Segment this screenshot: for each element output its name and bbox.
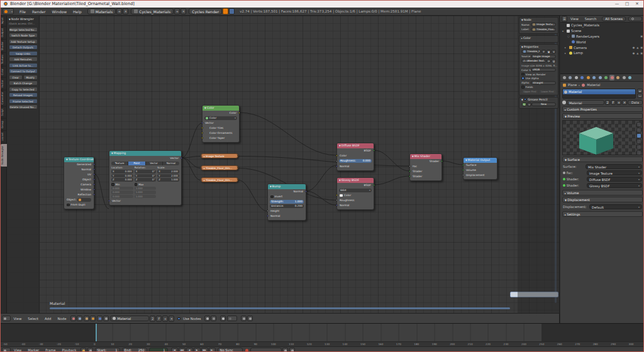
play-reverse-button[interactable]: ◀ (186, 348, 193, 352)
mode-texture[interactable]: Texture (111, 162, 128, 165)
world-shader-icon[interactable] (97, 316, 103, 321)
end-frame-field[interactable]: End:250 (122, 348, 147, 352)
screen-layout-selector[interactable]: Materials (87, 8, 116, 14)
image-datablock[interactable]: Tileable_F... (521, 50, 541, 53)
maximize-button[interactable]: □ (622, 1, 632, 8)
remove-slot-button[interactable]: − (637, 94, 643, 98)
minimize-button[interactable]: — (612, 1, 622, 8)
socket-in[interactable] (201, 179, 202, 181)
timeline-menu[interactable]: View (11, 348, 25, 352)
node-header[interactable]: Mapping (109, 151, 181, 156)
outliner-item-camera[interactable]: ▸Camera●▲▣ (560, 45, 644, 50)
node-mix-shader[interactable]: Mix Shader Shader Fac Shader Shader (409, 153, 442, 181)
surface-panel-header[interactable]: ▼ Surface (562, 157, 643, 162)
socket-in[interactable] (462, 169, 464, 171)
node-diffuse-bsdf[interactable]: Diffuse BSDF BSDF Color Roughness:0.000 … (336, 143, 374, 171)
reload-icon[interactable]: ⟳ (547, 59, 551, 63)
socket-in[interactable] (201, 155, 202, 157)
strength-slider[interactable]: Strength:1.000 (270, 200, 304, 204)
editor-type-button[interactable] (2, 348, 11, 352)
render-icon[interactable]: ▣ (640, 35, 643, 38)
color-swatch[interactable] (340, 194, 343, 197)
selectable-icon[interactable]: ▲ (636, 52, 638, 55)
tab-world-icon[interactable] (580, 75, 585, 80)
new-material-button[interactable]: + (616, 100, 621, 105)
wrench-icon[interactable] (211, 316, 216, 321)
linestyle-shader-icon[interactable] (103, 316, 109, 321)
delete-scene-button[interactable]: ✕ (180, 8, 186, 14)
node-wrangler-button[interactable]: Detach Outputs (9, 45, 38, 50)
node-wrangler-button[interactable]: Link Active to... (9, 63, 38, 68)
mode-vector[interactable]: Vector (146, 162, 163, 165)
outliner-menu[interactable]: View (567, 17, 582, 21)
socket-in[interactable] (336, 160, 338, 162)
material-name-field[interactable]: Material (567, 100, 604, 105)
tab-render-layers-icon[interactable] (568, 75, 573, 80)
custom-properties-panel[interactable]: ▸ Custom Properties (562, 106, 643, 112)
topbar-menu[interactable]: File (16, 9, 29, 14)
distance-slider[interactable]: Distance:0.200 (270, 204, 304, 208)
editor-type-button[interactable] (2, 316, 11, 321)
toolshelf-tab[interactable]: Output (1, 26, 7, 40)
location-y[interactable]: Y0.000 (111, 174, 133, 178)
node-header[interactable]: Texture Coordinate (64, 157, 94, 162)
use-nodes-checkbox[interactable] (177, 317, 180, 321)
socket-out-color[interactable] (237, 179, 238, 180)
socket-in[interactable] (201, 137, 203, 139)
playback-range-icon[interactable] (80, 348, 86, 352)
toolshelf-tab[interactable]: Converter (1, 90, 7, 107)
view-as-render-checkbox[interactable] (521, 73, 525, 76)
delete-keyframe-icon[interactable] (289, 348, 295, 352)
preview-sphere-button[interactable] (636, 128, 641, 133)
scale-z[interactable]: Z1.000 (157, 178, 179, 182)
node-image-texture-3[interactable]: Tileable_Floor_Orn... (201, 177, 238, 182)
preview-cube-button[interactable] (636, 133, 641, 138)
shader1-dropdown[interactable]: Diffuse BSDF▾ (587, 177, 642, 182)
jump-prev-keyframe-button[interactable]: ◀◀ (179, 348, 186, 352)
node-header[interactable]: Diffuse BSDF (337, 143, 374, 148)
jump-to-start-button[interactable]: |◀ (171, 348, 178, 352)
material-datablock-field[interactable]: Material (110, 316, 149, 321)
fake-user-button[interactable]: F (611, 100, 616, 105)
max-y[interactable]: 1.000 (135, 190, 157, 194)
group-datablock[interactable]: Color▾ (204, 116, 237, 120)
preview-hair-button[interactable] (636, 145, 641, 150)
tab-physics-icon[interactable] (628, 75, 633, 80)
modify-label-button[interactable]: Modify La... (23, 75, 38, 80)
node-wrangler-button[interactable]: Connect to Output (9, 69, 38, 74)
node-material-output[interactable]: Material Output Surface Volume Displacem… (463, 157, 497, 180)
play-button[interactable]: ▶ (194, 348, 201, 352)
socket-in[interactable] (267, 210, 269, 212)
socket-in[interactable] (108, 200, 110, 202)
add-layer-button[interactable]: + (527, 102, 531, 106)
use-nodes-label[interactable]: Use Nodes (183, 317, 201, 321)
node-mapping[interactable]: Mapping Vector Texture Point Vector Norm… (109, 150, 182, 206)
node-wrangler-button[interactable]: Reload Images (9, 92, 38, 97)
socket-in[interactable] (336, 165, 338, 167)
node-wrangler-button[interactable]: Swap Links (9, 51, 38, 56)
add-layout-button[interactable]: + (116, 8, 122, 14)
toolshelf-tab[interactable]: Vector (1, 78, 7, 91)
roughness-slider[interactable]: Roughness:0.000 (339, 159, 372, 163)
visibility-icon[interactable]: ● (633, 52, 635, 55)
outliner-menu[interactable]: Search (582, 17, 600, 21)
min-checkbox[interactable] (111, 183, 114, 186)
users-count-button[interactable]: 2 (605, 100, 610, 105)
lower-first-button[interactable]: Lower First (539, 90, 556, 94)
pack-image-button[interactable]: ▣ (547, 50, 551, 53)
socket-in[interactable] (336, 155, 338, 157)
object-shader-icon[interactable] (90, 316, 96, 321)
toolshelf-tab[interactable]: Texture (1, 53, 7, 67)
topbar-menu[interactable]: Help (70, 9, 85, 14)
toolshelf-tab[interactable]: Group (1, 119, 7, 131)
toolshelf-tab-active[interactable]: Node Wrangler (1, 144, 7, 167)
socket-in[interactable] (336, 194, 338, 196)
insert-keyframe-icon[interactable] (282, 348, 288, 352)
node-name-field[interactable]: Image Textu... (531, 23, 556, 26)
grease-pencil-checkbox[interactable] (524, 98, 527, 101)
rotation-y[interactable]: Y0° (135, 174, 157, 178)
slot-selected[interactable]: Material (563, 89, 635, 94)
socket-in[interactable] (462, 174, 464, 176)
upper-first-button[interactable]: Upper First (521, 90, 538, 94)
selectable-icon[interactable]: ▲ (636, 46, 638, 49)
